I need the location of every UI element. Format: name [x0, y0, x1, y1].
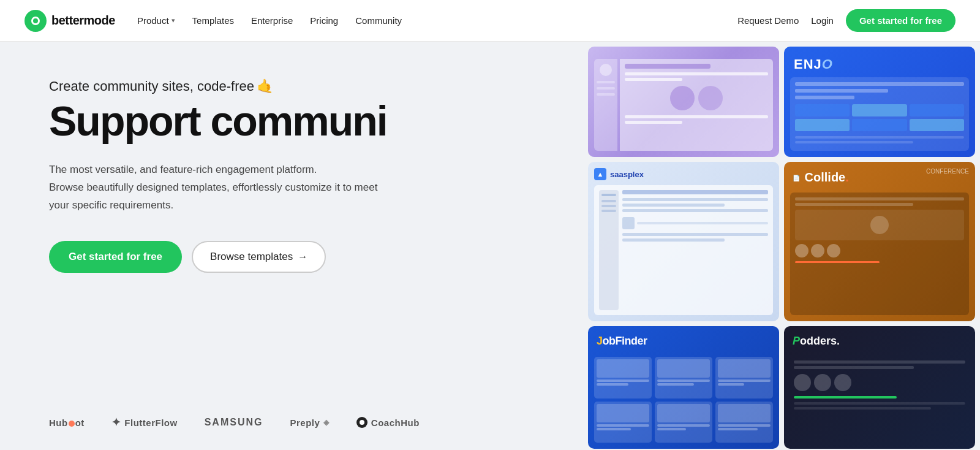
saas-main-area: [622, 190, 768, 310]
podders-mockup: [790, 357, 969, 443]
logo-icon: [24, 10, 47, 32]
hero-desc-line1: The most versatile, and feature-rich eng…: [49, 164, 317, 175]
hero-emoji: 🤙: [257, 78, 273, 94]
arrow-right-icon: →: [298, 251, 307, 262]
screenshot-card-spotlight: [588, 47, 779, 157]
nav-actions: Request Demo Login Get started for free: [737, 9, 956, 32]
jobfinder-label: JobFinder: [597, 335, 647, 348]
logo-samsung: SAMSUNG: [205, 417, 263, 428]
browse-templates-button[interactable]: Browse templates →: [192, 241, 326, 273]
mini-main: [620, 59, 773, 151]
screenshot-card-collide: 📄 Collide. CONFERENCE: [784, 162, 975, 321]
logo-hubspot: Hubot: [49, 418, 85, 428]
saas-sidebar: [599, 190, 619, 310]
get-started-nav-button[interactable]: Get started for free: [846, 9, 956, 32]
coachhub-icon: [356, 417, 368, 428]
nav-item-enterprise[interactable]: Enterprise: [251, 15, 293, 26]
nav-label-templates: Templates: [192, 15, 234, 26]
nav-item-product[interactable]: Product ▾: [137, 15, 175, 26]
screenshot-card-jobfinder: JobFinder: [588, 326, 779, 449]
nav-label-enterprise: Enterprise: [251, 15, 293, 26]
saasplex-icon-symbol: ▲: [597, 170, 604, 178]
screenshot-card-saasplex: ▲ saasplex: [588, 162, 779, 321]
jb-card-5: [655, 402, 712, 443]
saasplex-header: ▲ saasplex: [594, 168, 773, 180]
nav-label-pricing: Pricing: [310, 15, 338, 26]
jb-card-1: [594, 357, 652, 399]
podders-avatars: [794, 374, 965, 391]
preply-icon: ◈: [323, 418, 330, 427]
enjo-label: ENJO: [794, 56, 833, 72]
nav-label-community: Community: [355, 15, 402, 26]
nav-links: Product ▾ Templates Enterprise Pricing C…: [137, 15, 737, 26]
logo-coachhub: CoachHub: [356, 417, 420, 428]
nav-label-product: Product: [137, 15, 169, 26]
jb-card-4: [594, 402, 652, 443]
saasplex-mockup: [594, 185, 773, 315]
screenshot-grid: ENJO ▲: [588, 42, 980, 450]
main-container: Create community sites, code-free 🤙 Supp…: [0, 42, 980, 450]
login-button[interactable]: Login: [811, 15, 834, 26]
collide-subtitle: CONFERENCE: [926, 168, 969, 175]
hero-desc-line3: your specific requirements.: [49, 199, 173, 211]
jb-highlight: J: [597, 335, 603, 347]
get-started-button[interactable]: Get started for free: [49, 241, 182, 273]
logo-preply: Preply ◈: [290, 418, 329, 428]
preply-wordmark: Preply: [290, 418, 320, 428]
spotlight-mockup: [588, 47, 779, 157]
hero-content: Create community sites, code-free 🤙 Supp…: [49, 78, 490, 310]
collide-avatars: [795, 244, 964, 257]
logo-flutterflow: ✦ FlutterFlow: [111, 416, 178, 429]
podders-p: P: [793, 335, 800, 347]
saasplex-name: saasplex: [610, 170, 644, 179]
enjo-o: O: [822, 56, 833, 72]
logo[interactable]: bettermode: [24, 10, 115, 32]
chevron-down-icon: ▾: [172, 17, 175, 25]
flutterflow-wordmark: FlutterFlow: [124, 418, 177, 428]
enjo-mockup: [790, 77, 969, 151]
podders-label: Podders.: [793, 335, 840, 348]
saasplex-icon: ▲: [594, 168, 606, 180]
collide-label: 📄 Collide.: [793, 170, 849, 185]
logo-text: bettermode: [51, 13, 115, 28]
jobfinder-mockup: [594, 357, 773, 443]
collide-mockup: [790, 193, 969, 315]
hero-subtitle: Create community sites, code-free: [49, 78, 254, 94]
collide-doc-icon: 📄: [793, 175, 800, 181]
browse-templates-label: Browse templates: [210, 251, 293, 263]
mini-sidebar: [594, 59, 617, 151]
screenshot-card-podders: Podders.: [784, 326, 975, 449]
navbar: bettermode Product ▾ Templates Enterpris…: [0, 0, 980, 42]
jb-card-3: [715, 357, 773, 399]
logos-section: Hubot ✦ FlutterFlow SAMSUNG Preply ◈ Coa…: [49, 416, 551, 429]
screenshot-card-enjo: ENJO: [784, 47, 975, 157]
nav-item-templates[interactable]: Templates: [192, 15, 234, 26]
nav-item-pricing[interactable]: Pricing: [310, 15, 338, 26]
hero-buttons: Get started for free Browse templates →: [49, 241, 490, 273]
jb-card-6: [715, 402, 773, 443]
hero-desc-line2: Browse beautifully designed templates, e…: [49, 181, 377, 193]
request-demo-button[interactable]: Request Demo: [737, 15, 799, 26]
hero-description: The most versatile, and feature-rich eng…: [49, 161, 404, 215]
samsung-wordmark: SAMSUNG: [205, 417, 263, 428]
hubspot-wordmark: Hubot: [49, 418, 85, 428]
coachhub-wordmark: CoachHub: [371, 418, 420, 428]
hero-title: Support communi: [49, 98, 490, 144]
hero-section: Create community sites, code-free 🤙 Supp…: [0, 42, 588, 450]
nav-item-community[interactable]: Community: [355, 15, 402, 26]
jb-card-2: [655, 357, 712, 399]
flutterflow-icon: ✦: [111, 416, 121, 429]
